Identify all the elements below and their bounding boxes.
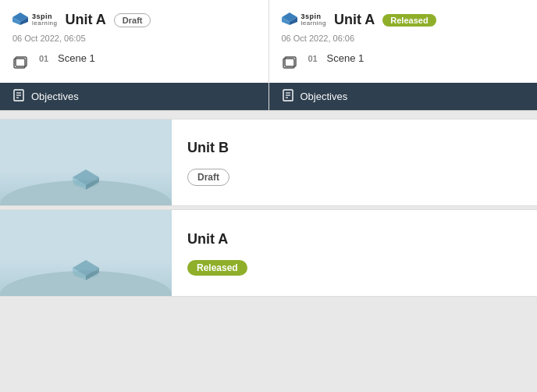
card-date-released: 06 Oct 2022, 06:06	[282, 34, 525, 43]
logo-line2-draft: learning	[32, 20, 57, 27]
stack-icon-released	[282, 55, 297, 73]
objectives-label-released: Objectives	[301, 91, 348, 102]
list-info-unit-a: Unit A Released	[172, 217, 537, 290]
objectives-bar-released[interactable]: Objectives	[269, 83, 538, 110]
list-item-unit-b[interactable]: Unit B Draft	[0, 119, 537, 206]
logo-line2-released: learning	[301, 20, 326, 27]
card-header-draft: 3spin learning Unit A Draft	[12, 11, 256, 29]
list-title-unit-a: Unit A	[187, 231, 521, 248]
list-badge-unit-b: Draft	[187, 169, 229, 186]
objectives-icon-draft	[12, 89, 25, 104]
thumb-hat-a	[71, 257, 101, 285]
scene-label-released: Scene 1	[327, 52, 365, 64]
logo-text-draft: 3spin learning	[32, 13, 57, 27]
objectives-bar-draft[interactable]: Objectives	[0, 83, 268, 110]
unit-title-released: Unit A	[334, 12, 375, 28]
unit-title-draft: Unit A	[65, 12, 105, 28]
objectives-icon-released	[282, 89, 294, 104]
objectives-label-draft: Objectives	[31, 91, 79, 102]
scene-num-released: 01	[308, 54, 322, 63]
scene-label-draft: Scene 1	[58, 52, 95, 64]
list-title-unit-b: Unit B	[187, 140, 521, 156]
app-container: 3spin learning Unit A Draft 06 Oct 2022,…	[0, 0, 537, 308]
scene-row-draft: 01 Scene 1	[36, 52, 256, 64]
logo-hat-icon-released	[282, 11, 297, 29]
logo-released: 3spin learning	[282, 11, 326, 29]
thumb-unit-b	[0, 119, 172, 205]
scene-num-draft: 01	[39, 54, 53, 63]
logo-draft: 3spin learning	[12, 11, 57, 29]
logo-text-released: 3spin learning	[301, 13, 326, 27]
card-header-released: 3spin learning Unit A Released	[282, 11, 525, 29]
bottom-list: Unit B Draft Unit A Released	[0, 111, 537, 308]
card-date-draft: 06 Oct 2022, 06:05	[12, 34, 256, 43]
list-info-unit-b: Unit B Draft	[172, 126, 537, 200]
released-badge: Released	[382, 14, 436, 27]
list-badge-unit-a: Released	[187, 260, 247, 276]
top-card-draft[interactable]: 3spin learning Unit A Draft 06 Oct 2022,…	[0, 0, 269, 110]
draft-badge: Draft	[114, 13, 151, 27]
thumb-hat-b	[71, 166, 101, 194]
stack-icon-draft	[12, 55, 28, 73]
top-preview-row: 3spin learning Unit A Draft 06 Oct 2022,…	[0, 0, 537, 111]
thumb-unit-a	[0, 210, 172, 296]
top-card-released[interactable]: 3spin learning Unit A Released 06 Oct 20…	[269, 0, 538, 110]
logo-hat-icon	[12, 11, 28, 29]
list-item-unit-a[interactable]: Unit A Released	[0, 209, 537, 297]
scene-row-released: 01 Scene 1	[305, 52, 525, 64]
